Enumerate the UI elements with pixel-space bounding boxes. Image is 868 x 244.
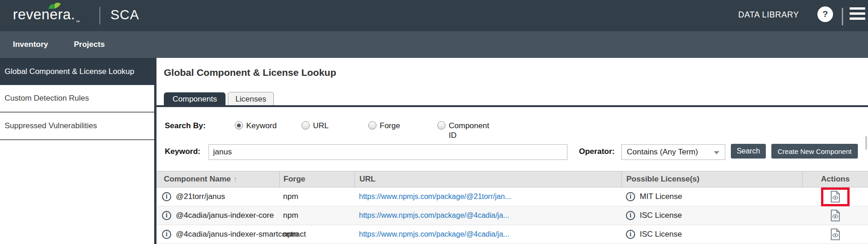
radio-option-keyword[interactable]: Keyword xyxy=(235,119,277,131)
revenera-logo: revenera.™ xyxy=(13,6,80,23)
tab-bar: Components Licenses xyxy=(164,92,274,106)
keyword-label: Keyword: xyxy=(165,147,200,156)
view-component-details-button[interactable] xyxy=(821,206,850,225)
view-document-eye-icon xyxy=(831,210,840,221)
forge-cell: npm xyxy=(279,187,354,206)
radio-label: URL xyxy=(313,121,329,131)
license-name: ISC License xyxy=(640,211,682,220)
view-component-details-button[interactable] xyxy=(821,187,850,206)
radio-label: Forge xyxy=(380,121,400,131)
info-icon[interactable]: i xyxy=(626,230,635,239)
sort-ascending-icon[interactable]: ↑ xyxy=(233,175,237,183)
help-icon[interactable]: ? xyxy=(817,6,833,22)
operator-label: Operator: xyxy=(579,147,614,156)
brand-text: revenera. xyxy=(13,6,75,23)
info-icon[interactable]: i xyxy=(626,192,635,201)
radio-button-forge[interactable] xyxy=(368,121,376,130)
info-icon[interactable]: i xyxy=(162,192,171,201)
table-row: i @21torr/janus npm https://www.npmjs.co… xyxy=(156,187,868,206)
main-content: Global Component & License Lookup Compon… xyxy=(156,58,868,244)
nav-item-inventory[interactable]: Inventory xyxy=(13,40,48,49)
forge-cell: npm xyxy=(279,225,354,244)
view-document-eye-icon xyxy=(831,191,840,203)
column-header-possible-licenses[interactable]: Possible License(s) xyxy=(621,171,802,187)
sidebar-item-global-component-license-lookup[interactable]: Global Component & License Lookup xyxy=(0,58,154,85)
forge-cell: npm xyxy=(279,206,354,225)
nav-item-projects[interactable]: Projects xyxy=(74,40,105,49)
create-new-component-button[interactable]: Create New Component xyxy=(771,144,858,159)
license-name: ISC License xyxy=(640,230,682,239)
radio-option-url[interactable]: URL xyxy=(301,119,329,131)
hamburger-menu-icon[interactable] xyxy=(850,7,865,23)
radio-button-url[interactable] xyxy=(301,121,310,130)
radio-option-forge[interactable]: Forge xyxy=(368,119,400,131)
column-header-actions: Actions xyxy=(802,171,868,187)
search-button[interactable]: Search xyxy=(731,144,766,159)
radio-button-component-id[interactable] xyxy=(437,121,446,130)
chevron-down-icon xyxy=(714,151,719,154)
license-name: MIT License xyxy=(640,192,682,201)
info-icon[interactable]: i xyxy=(162,230,171,239)
header-divider xyxy=(842,8,843,25)
radio-label: Component ID xyxy=(449,121,492,141)
info-icon[interactable]: i xyxy=(162,211,171,220)
component-url-link[interactable]: https://www.npmjs.com/package/@4cadia/ja… xyxy=(359,230,509,238)
tab-underline xyxy=(154,105,868,107)
scrollbar-thumb[interactable] xyxy=(865,136,867,150)
sidebar: Global Component & License Lookup Custom… xyxy=(0,58,154,244)
main-nav: Inventory Projects xyxy=(0,31,868,58)
page-title: Global Component & License Lookup xyxy=(164,67,336,78)
app-window: revenera.™ SCA DATA LIBRARY ? Inventory … xyxy=(0,0,868,244)
radio-label: Keyword xyxy=(246,121,277,131)
component-name: @4cadia/janus-indexer-core xyxy=(176,211,274,220)
brand-divider xyxy=(99,7,100,24)
keyword-input[interactable] xyxy=(208,144,567,160)
view-component-details-button[interactable] xyxy=(821,225,850,244)
component-name: @21torr/janus xyxy=(176,192,225,201)
results-table: Component Name ↑ Forge URL Possible Lice… xyxy=(156,171,868,244)
radio-option-component-id[interactable]: Component ID xyxy=(437,119,492,141)
data-library-link[interactable]: DATA LIBRARY xyxy=(738,10,799,20)
operator-dropdown[interactable]: Contains (Any Term) xyxy=(621,144,725,160)
radio-button-keyword[interactable] xyxy=(235,121,243,130)
tab-licenses[interactable]: Licenses xyxy=(228,92,273,106)
trademark-symbol: ™ xyxy=(75,20,80,24)
column-header-forge[interactable]: Forge xyxy=(279,171,354,187)
info-icon[interactable]: i xyxy=(626,211,635,220)
component-url-link[interactable]: https://www.npmjs.com/package/@4cadia/ja… xyxy=(359,211,509,220)
component-url-link[interactable]: https://www.npmjs.com/package/@21torr/ja… xyxy=(359,193,511,201)
tab-components[interactable]: Components xyxy=(164,92,226,106)
table-row: i @4cadia/janus-indexer-core npm https:/… xyxy=(156,206,868,225)
table-row: i @4cadia/janus-indexer-smartcontract np… xyxy=(156,225,868,244)
top-bar: revenera.™ SCA DATA LIBRARY ? xyxy=(0,0,868,31)
search-by-label: Search By: xyxy=(165,121,206,131)
sidebar-item-custom-detection-rules[interactable]: Custom Detection Rules xyxy=(0,85,154,113)
column-header-component-name[interactable]: Component Name ↑ xyxy=(156,171,279,187)
column-header-url[interactable]: URL xyxy=(354,171,621,187)
operator-dropdown-value: Contains (Any Term) xyxy=(627,148,698,157)
sidebar-item-suppressed-vulnerabilities[interactable]: Suppressed Vulnerabilities xyxy=(0,113,154,140)
revenera-leaf-icon xyxy=(47,1,62,9)
view-document-eye-icon xyxy=(831,228,840,240)
product-name: SCA xyxy=(110,7,139,23)
table-header-row: Component Name ↑ Forge URL Possible Lice… xyxy=(156,171,868,187)
